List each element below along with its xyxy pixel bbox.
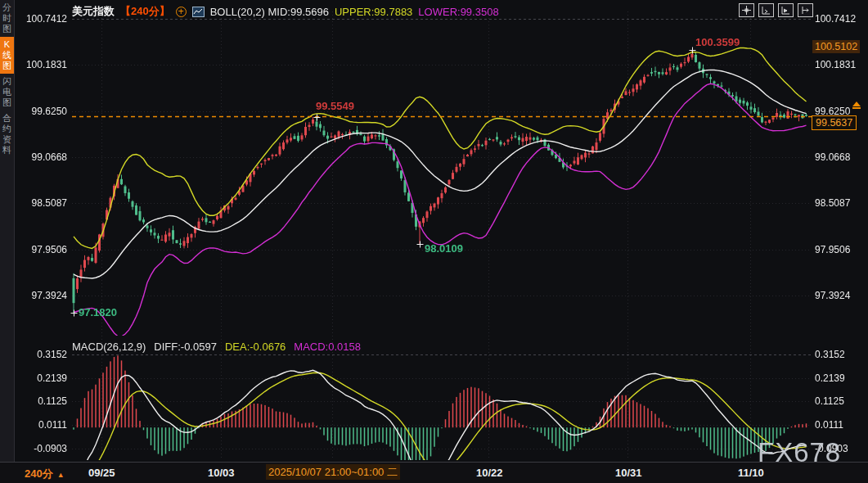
price-axis-tick-right: 0.0111 (815, 419, 866, 431)
date-label: 10/22 (476, 467, 503, 479)
price-axis-tick-right: 0.1125 (815, 395, 866, 407)
price-axis-tick-left: 100.1831 (13, 59, 67, 70)
period-selector[interactable]: 240分▲ (25, 467, 65, 481)
fit-left-axis-icon[interactable] (758, 3, 774, 17)
chart-app-window: 分时图 K线图 闪电图 合约资料 美元指数 【240分】 + BOLL(20,2… (0, 0, 868, 483)
boll-mid-value: BOLL(20,2) MID:99.5696 (210, 6, 329, 18)
left-sidebar: 分时图 K线图 闪电图 合约资料 (0, 0, 15, 483)
annotation-swing-high: 99.5549 (316, 100, 354, 112)
date-label: 11/10 (738, 467, 764, 479)
date-label: 10/31 (615, 467, 642, 479)
price-axis-tick-left: 99.0668 (13, 151, 67, 163)
chart-header: 美元指数 【240分】 + BOLL(20,2) MID:99.5696 UPP… (72, 4, 499, 19)
macd-diff-value: DIFF:-0.0597 (154, 341, 217, 353)
annotation-high: 100.3599 (695, 36, 740, 48)
price-axis-tick-left: 100.7412 (13, 13, 67, 25)
sidebar-item-timeline[interactable]: 分时图 (0, 0, 14, 37)
crosshair-date-label: 2025/10/07 21:00~01:00 二 (266, 464, 400, 480)
price-axis-tick-left: 97.9506 (13, 244, 67, 255)
price-axis-tick-right: 99.0668 (815, 151, 866, 163)
period-tag[interactable]: 【240分】 (120, 4, 170, 19)
price-axis-tick-right: 100.1831 (815, 59, 866, 70)
annotation-low: 97.1820 (79, 306, 117, 318)
price-axis-tick-left: 0.0111 (13, 419, 67, 431)
fx678-watermark-logo: FX678 (758, 437, 841, 468)
price-axis-tick-right: 0.3152 (815, 349, 866, 360)
boll-lower-value: LOWER:99.3508 (418, 6, 498, 18)
crosshair-move-icon[interactable] (739, 3, 754, 17)
time-axis-bar: 240分▲ 09/25 10/03 2025/10/07 21:00~01:00… (0, 462, 868, 483)
annotation-swing-low: 98.0109 (425, 242, 463, 255)
price-axis-tick-left: -0.0903 (13, 443, 67, 454)
macd-dea-value: DEA:-0.0676 (225, 341, 286, 353)
price-axis-tick-right: 0.2139 (815, 372, 866, 384)
price-axis-tick-left: 0.1125 (13, 395, 67, 407)
add-indicator-icon[interactable]: + (176, 7, 187, 17)
price-axis-tick-left: 0.3152 (13, 349, 67, 360)
current-price-box: 99.5637 (812, 115, 857, 130)
price-axis-tick-left: 97.3924 (13, 290, 67, 301)
chart-toolbar (739, 3, 813, 17)
date-label: 09/25 (88, 467, 115, 479)
price-axis-tick-right: 97.9506 (815, 244, 866, 255)
date-label: 10/03 (208, 467, 235, 479)
price-axis-tick-left: 0.2139 (13, 372, 67, 384)
pan-to-latest-icon[interactable] (798, 3, 813, 17)
fit-right-axis-icon[interactable] (778, 3, 794, 17)
price-axis-tick-right: 98.5087 (815, 197, 866, 209)
price-axis-tick-right: 97.3924 (815, 290, 866, 301)
band-high-label: 100.5102 (812, 40, 860, 53)
candlestick-macd-canvas[interactable] (0, 0, 868, 483)
macd-header: MACD(26,12,9) DIFF:-0.0597 DEA:-0.0676 M… (72, 341, 361, 353)
kline-style-icon[interactable] (192, 7, 205, 17)
price-axis-tick-left: 98.5087 (13, 197, 67, 209)
sidebar-item-contract-info[interactable]: 合约资料 (0, 111, 14, 158)
macd-params-label: MACD(26,12,9) (72, 341, 146, 353)
price-axis-tick-left: 99.6250 (13, 106, 67, 117)
sidebar-item-kline[interactable]: K线图 (0, 37, 14, 74)
price-axis-tick-right: 100.7412 (815, 13, 866, 25)
symbol-title: 美元指数 (72, 4, 115, 19)
boll-upper-value: UPPER:99.7883 (335, 6, 412, 18)
macd-hist-value: MACD:0.0158 (294, 341, 361, 353)
sidebar-item-flash[interactable]: 闪电图 (0, 74, 14, 111)
period-dropdown-arrow-icon: ▲ (57, 471, 65, 479)
scroll-to-latest-icon[interactable] (852, 102, 861, 111)
